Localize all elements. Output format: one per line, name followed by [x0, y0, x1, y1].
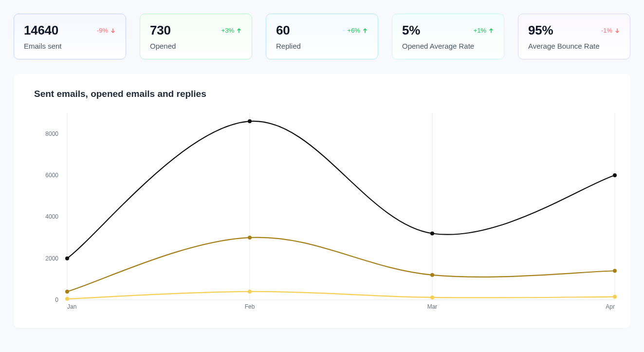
chart-card: Sent emails, opened emails and replies 0… — [14, 74, 630, 328]
card-label: Emails sent — [24, 42, 116, 50]
svg-point-24 — [430, 296, 434, 299]
arrow-up-icon — [362, 28, 368, 34]
svg-point-21 — [613, 269, 617, 273]
svg-point-20 — [430, 273, 434, 277]
card-emails-sent: 14640 -9% Emails sent — [14, 14, 126, 59]
arrow-up-icon — [488, 28, 494, 34]
stat-cards-row: 14640 -9% Emails sent 730 +3% Opened 60 — [14, 14, 630, 59]
svg-point-17 — [613, 173, 617, 177]
svg-text:8000: 8000 — [45, 130, 58, 137]
svg-text:Jan: Jan — [67, 303, 76, 310]
card-value: 14640 — [24, 23, 58, 38]
svg-point-23 — [248, 290, 252, 294]
card-opened: 730 +3% Opened — [140, 14, 252, 59]
card-replied: 60 +6% Replied — [266, 14, 378, 59]
card-value: 5% — [402, 23, 420, 38]
arrow-down-icon — [614, 28, 620, 34]
card-value: 730 — [150, 23, 171, 38]
card-change: -9% — [97, 27, 116, 34]
card-change: -1% — [601, 27, 620, 34]
card-value: 95% — [528, 23, 553, 38]
svg-text:Mar: Mar — [427, 303, 438, 310]
svg-point-18 — [65, 290, 69, 294]
card-label: Opened — [150, 42, 242, 50]
card-label: Average Bounce Rate — [528, 42, 620, 50]
svg-point-15 — [248, 119, 252, 123]
card-label: Opened Average Rate — [402, 42, 494, 50]
arrow-down-icon — [110, 28, 116, 34]
svg-point-22 — [65, 297, 69, 301]
chart-title: Sent emails, opened emails and replies — [34, 89, 621, 99]
card-bounce-rate: 95% -1% Average Bounce Rate — [518, 14, 630, 59]
svg-text:2000: 2000 — [45, 255, 58, 262]
svg-point-16 — [430, 231, 434, 235]
svg-text:4000: 4000 — [45, 213, 58, 220]
card-change: +6% — [348, 27, 368, 34]
svg-text:Apr: Apr — [606, 303, 615, 310]
svg-text:6000: 6000 — [45, 172, 58, 179]
card-change: +1% — [474, 27, 494, 34]
svg-text:Feb: Feb — [245, 303, 255, 310]
arrow-up-icon — [236, 28, 242, 34]
card-label: Replied — [276, 42, 368, 50]
svg-point-19 — [248, 236, 252, 240]
svg-point-14 — [65, 257, 69, 260]
line-chart: 02000400060008000JanFebMarApr — [23, 108, 620, 317]
card-value: 60 — [276, 23, 290, 38]
svg-point-25 — [613, 295, 617, 299]
svg-text:0: 0 — [55, 296, 58, 303]
card-change: +3% — [221, 27, 242, 34]
card-open-rate: 5% +1% Opened Average Rate — [392, 14, 504, 59]
